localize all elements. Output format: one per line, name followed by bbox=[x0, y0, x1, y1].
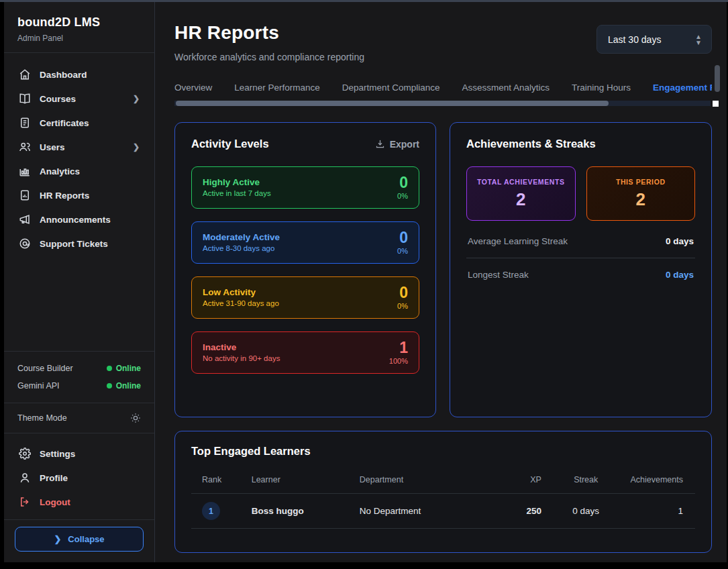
average-streak-row: Average Learning Streak 0 days bbox=[466, 225, 695, 258]
sidebar-item-certificates[interactable]: Certificates bbox=[12, 111, 146, 135]
sidebar-item-label: Users bbox=[40, 142, 65, 152]
page-header: HR Reports Workforce analytics and compl… bbox=[174, 2, 712, 62]
activity-row-highly-active: Highly Active Active in last 7 days 0 0% bbox=[191, 166, 419, 209]
select-chevrons-icon: ▲▼ bbox=[695, 34, 702, 46]
learners-table: Rank Learner Department XP Streak Achiev… bbox=[191, 470, 695, 529]
column-header-xp: XP bbox=[489, 470, 545, 494]
column-header-streak: Streak bbox=[545, 470, 627, 494]
activity-label: Inactive bbox=[203, 342, 280, 352]
activity-label: Low Activity bbox=[203, 287, 279, 297]
sidebar-nav: Dashboard Courses ❯ Certificates Users ❯… bbox=[4, 53, 154, 256]
main-content: HR Reports Workforce analytics and compl… bbox=[155, 2, 727, 562]
table-header-row: Rank Learner Department XP Streak Achiev… bbox=[191, 470, 695, 494]
support-at-icon bbox=[19, 238, 31, 250]
learner-xp: 250 bbox=[489, 494, 545, 529]
vertical-scrollbar-thumb[interactable] bbox=[715, 65, 720, 92]
sidebar-item-support-tickets[interactable]: Support Tickets bbox=[12, 231, 146, 256]
app-window: bound2D LMS Admin Panel Dashboard Course… bbox=[4, 2, 727, 562]
tab-learner-performance[interactable]: Learner Performance bbox=[234, 80, 320, 101]
sidebar-item-label: Analytics bbox=[40, 166, 80, 176]
date-range-select[interactable]: Last 30 days ▲▼ bbox=[596, 25, 712, 54]
horizontal-scrollbar-thumb[interactable] bbox=[176, 101, 609, 106]
total-achievements-stat: TOTAL ACHIEVEMENTS 2 bbox=[466, 166, 576, 221]
sidebar-item-label: Settings bbox=[40, 449, 75, 459]
tab-assessment-analytics[interactable]: Assessment Analytics bbox=[462, 80, 550, 101]
status-value: Online bbox=[107, 364, 141, 373]
activity-card-title: Activity Levels bbox=[191, 138, 269, 150]
activity-value: 0 bbox=[397, 174, 408, 191]
sidebar-item-label: Announcements bbox=[40, 215, 111, 225]
sidebar-item-analytics[interactable]: Analytics bbox=[12, 159, 146, 183]
sidebar-item-courses[interactable]: Courses ❯ bbox=[12, 87, 146, 111]
activity-row-low-activity: Low Activity Active 31-90 days ago 0 0% bbox=[191, 276, 419, 319]
page-subtitle: Workforce analytics and compliance repor… bbox=[174, 52, 364, 62]
brand-box: bound2D LMS Admin Panel bbox=[4, 2, 154, 53]
activity-value: 1 bbox=[389, 340, 408, 356]
tab-overview[interactable]: Overview bbox=[174, 80, 212, 101]
brand-title: bound2D LMS bbox=[17, 15, 141, 30]
sidebar-item-hr-reports[interactable]: HR Reports bbox=[12, 183, 146, 207]
sidebar-item-label: Dashboard bbox=[40, 70, 87, 80]
brand-subtitle: Admin Panel bbox=[17, 34, 141, 43]
activity-percent: 0% bbox=[397, 302, 408, 310]
sidebar-item-label: Certificates bbox=[40, 118, 89, 128]
tabs-horizontal-scrollbar[interactable] bbox=[174, 101, 711, 106]
collapse-sidebar-button[interactable]: ❯ Collapse bbox=[15, 527, 144, 552]
report-tabs-zone: Overview Learner Performance Department … bbox=[174, 80, 712, 106]
learner-name: Boss huggo bbox=[248, 494, 356, 529]
sun-icon[interactable] bbox=[130, 413, 141, 423]
sidebar-item-profile[interactable]: Profile bbox=[12, 466, 146, 490]
activity-value: 0 bbox=[397, 229, 408, 246]
bar-chart-icon bbox=[19, 165, 31, 177]
export-label: Export bbox=[390, 139, 419, 150]
date-range-value: Last 30 days bbox=[608, 34, 661, 45]
megaphone-icon bbox=[19, 213, 31, 225]
activity-row-moderately-active: Moderately Active Active 8-30 days ago 0… bbox=[191, 221, 419, 264]
activity-percent: 100% bbox=[389, 357, 408, 365]
learner-department: No Department bbox=[356, 494, 490, 529]
sidebar-item-dashboard[interactable]: Dashboard bbox=[12, 62, 146, 87]
logout-icon bbox=[19, 496, 31, 508]
online-dot-icon bbox=[107, 383, 112, 389]
activity-label: Highly Active bbox=[203, 177, 271, 187]
activity-desc: Active 8-30 days ago bbox=[203, 244, 280, 252]
online-dot-icon bbox=[107, 366, 112, 371]
activity-desc: Active 31-90 days ago bbox=[203, 299, 279, 307]
activity-label: Moderately Active bbox=[203, 232, 280, 242]
status-course-builder: Course Builder Online bbox=[17, 360, 141, 377]
report-content: Activity Levels Export Highly Active Act… bbox=[174, 122, 712, 553]
home-icon bbox=[19, 68, 31, 81]
sidebar-item-label: Profile bbox=[40, 473, 68, 483]
sidebar-footer-nav: Settings Profile Logout bbox=[4, 433, 154, 519]
this-period-stat: THIS PERIOD 2 bbox=[586, 166, 696, 221]
achievements-card-title: Achievements & Streaks bbox=[466, 138, 695, 150]
learner-streak: 0 days bbox=[545, 494, 627, 529]
status-label: Course Builder bbox=[17, 364, 73, 373]
stat-label: THIS PERIOD bbox=[616, 178, 666, 186]
sidebar-item-announcements[interactable]: Announcements bbox=[12, 207, 146, 231]
tab-training-hours[interactable]: Training Hours bbox=[572, 80, 631, 101]
streak-value: 0 days bbox=[666, 236, 694, 246]
report-tabs: Overview Learner Performance Department … bbox=[174, 80, 712, 101]
person-icon bbox=[19, 472, 31, 484]
tab-engagement-reports[interactable]: Engagement Rep bbox=[653, 80, 712, 101]
sidebar-item-settings[interactable]: Settings bbox=[12, 442, 146, 466]
scrollbar-corner bbox=[713, 101, 719, 107]
streak-label: Average Learning Streak bbox=[468, 236, 568, 246]
download-icon bbox=[375, 139, 385, 149]
theme-mode-row: Theme Mode bbox=[4, 403, 154, 433]
chevron-right-icon: ❯ bbox=[133, 94, 140, 103]
status-gemini-api: Gemini API Online bbox=[17, 377, 141, 395]
stat-label: TOTAL ACHIEVEMENTS bbox=[477, 178, 565, 186]
streak-value: 0 days bbox=[666, 270, 694, 280]
sidebar-item-logout[interactable]: Logout bbox=[12, 490, 146, 514]
achievements-streaks-card: Achievements & Streaks TOTAL ACHIEVEMENT… bbox=[450, 122, 712, 417]
column-header-learner: Learner bbox=[248, 470, 356, 494]
stat-value: 2 bbox=[516, 189, 525, 210]
learner-achievements: 1 bbox=[626, 494, 695, 529]
sidebar: bound2D LMS Admin Panel Dashboard Course… bbox=[4, 2, 155, 562]
top-engaged-learners-card: Top Engaged Learners Rank Learner Depart… bbox=[174, 431, 712, 553]
export-button[interactable]: Export bbox=[375, 139, 419, 150]
tab-department-compliance[interactable]: Department Compliance bbox=[342, 80, 440, 101]
sidebar-item-users[interactable]: Users ❯ bbox=[12, 135, 146, 159]
